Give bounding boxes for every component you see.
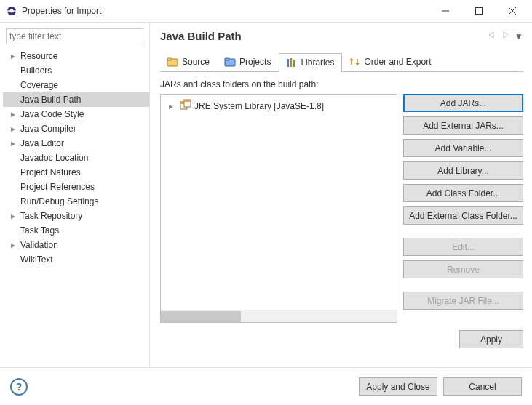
sidebar-item-label: WikiText	[17, 254, 53, 265]
chevron-right-icon[interactable]: ▸	[9, 51, 17, 61]
svg-rect-4	[476, 8, 483, 15]
forward-icon[interactable]	[500, 31, 512, 41]
tab-label: Libraries	[301, 57, 334, 68]
libraries-icon	[285, 57, 297, 68]
close-button[interactable]	[496, 0, 529, 22]
svg-rect-2	[7, 10, 17, 12]
sidebar-item-label: Task Repository	[17, 211, 82, 221]
sidebar-item-label: Java Compiler	[17, 124, 76, 134]
sidebar-item-task-tags[interactable]: Task Tags	[3, 223, 149, 238]
sidebar-item-project-natures[interactable]: Project Natures	[3, 165, 149, 180]
sidebar-item-run-debug-settings[interactable]: Run/Debug Settings	[3, 194, 149, 209]
chevron-right-icon[interactable]: ▸	[9, 109, 17, 119]
titlebar: Properties for Import	[0, 0, 532, 22]
tab-label: Projects	[239, 57, 271, 67]
sidebar-item-label: Task Tags	[17, 225, 59, 236]
sidebar-item-label: Run/Debug Settings	[17, 196, 98, 206]
apply-button[interactable]: Apply	[459, 330, 523, 348]
library-label: JRE System Library [JavaSE-1.8]	[194, 101, 324, 111]
back-icon[interactable]	[485, 31, 497, 41]
add-class-folder-button[interactable]: Add Class Folder...	[403, 184, 523, 202]
dropdown-icon[interactable]: ▼	[515, 31, 523, 41]
filter-input[interactable]	[6, 28, 143, 44]
sidebar-item-wikitext[interactable]: WikiText	[3, 252, 149, 267]
tab-libraries[interactable]: Libraries	[279, 53, 342, 72]
add-external-class-folder-button[interactable]: Add External Class Folder...	[403, 206, 523, 225]
tab-label: Order and Export	[364, 57, 431, 67]
description-label: JARs and class folders on the build path…	[160, 79, 523, 89]
app-icon	[6, 5, 17, 17]
svg-rect-11	[287, 59, 289, 67]
sidebar-item-label: Project References	[17, 182, 95, 192]
chevron-right-icon[interactable]: ▸	[9, 124, 17, 134]
sidebar-item-coverage[interactable]: Coverage	[3, 78, 149, 92]
classpath-list[interactable]: ▸ JRE System Library [JavaSE-1.8]	[160, 94, 397, 323]
sidebar-item-label: Java Code Style	[17, 109, 84, 119]
add-jars-button[interactable]: Add JARs...	[403, 94, 523, 112]
sidebar-item-java-compiler[interactable]: ▸Java Compiler	[3, 121, 149, 136]
tab-order-and-export[interactable]: Order and Export	[342, 52, 439, 71]
chevron-right-icon[interactable]: ▸	[9, 240, 17, 250]
dialog-footer: ? Apply and Close Cancel	[0, 367, 532, 405]
sidebar-item-task-repository[interactable]: ▸Task Repository	[3, 209, 149, 223]
chevron-right-icon[interactable]: ▸	[9, 138, 17, 148]
svg-rect-17	[184, 100, 191, 102]
sidebar-item-label: Coverage	[17, 80, 58, 90]
svg-rect-8	[167, 58, 172, 60]
sidebar-item-label: Resource	[17, 51, 57, 61]
sidebar-item-java-code-style[interactable]: ▸Java Code Style	[3, 107, 149, 121]
sidebar-item-javadoc-location[interactable]: Javadoc Location	[3, 151, 149, 165]
remove-button: Remove	[403, 260, 523, 278]
sidebar-item-label: Builders	[17, 65, 52, 76]
sidebar-item-builders[interactable]: Builders	[3, 63, 149, 78]
nav-tree: ▸ResourceBuildersCoverageJava Build Path…	[3, 49, 149, 361]
maximize-button[interactable]	[462, 0, 496, 22]
add-library-button[interactable]: Add Library...	[403, 161, 523, 180]
sidebar-item-project-references[interactable]: Project References	[3, 180, 149, 194]
svg-rect-13	[293, 60, 295, 67]
tab-projects[interactable]: Projects	[218, 52, 279, 71]
apply-and-close-button[interactable]: Apply and Close	[359, 377, 437, 396]
button-column: Add JARs... Add External JARs... Add Var…	[403, 94, 523, 323]
sidebar-item-label: Validation	[17, 240, 58, 250]
tab-source[interactable]: Source	[160, 52, 218, 71]
svg-rect-10	[225, 58, 229, 60]
tab-bar: SourceProjectsLibrariesOrder and Export	[160, 52, 523, 72]
chevron-right-icon[interactable]: ▸	[9, 211, 17, 221]
help-icon[interactable]: ?	[10, 378, 28, 396]
page-title: Java Build Path	[160, 30, 484, 42]
chevron-right-icon[interactable]: ▸	[167, 101, 175, 111]
window-title: Properties for Import	[22, 6, 429, 16]
sidebar-item-java-editor[interactable]: ▸Java Editor	[3, 136, 149, 151]
svg-rect-12	[290, 58, 292, 67]
horizontal-scrollbar[interactable]	[161, 310, 397, 322]
library-jar-icon	[179, 99, 191, 113]
order-export-icon	[349, 56, 360, 68]
sidebar-item-label: Java Build Path	[17, 95, 81, 105]
sidebar-item-java-build-path[interactable]: Java Build Path	[3, 92, 149, 107]
sidebar-item-resource[interactable]: ▸Resource	[3, 49, 149, 63]
source-folder-icon	[167, 56, 178, 68]
add-external-jars-button[interactable]: Add External JARs...	[403, 116, 523, 135]
cancel-button[interactable]: Cancel	[443, 377, 522, 396]
sidebar-item-validation[interactable]: ▸Validation	[3, 238, 149, 252]
sidebar-item-label: Project Natures	[17, 167, 81, 177]
sidebar: ▸ResourceBuildersCoverageJava Build Path…	[0, 23, 149, 367]
main-panel: Java Build Path ▼ SourceProjectsLibrarie…	[149, 23, 532, 367]
edit-button: Edit...	[403, 238, 523, 256]
sidebar-item-label: Javadoc Location	[17, 153, 88, 163]
sidebar-item-label: Java Editor	[17, 138, 64, 148]
library-entry[interactable]: ▸ JRE System Library [JavaSE-1.8]	[164, 97, 394, 114]
migrate-jar-button: Migrate JAR File...	[403, 292, 523, 310]
tab-label: Source	[182, 57, 210, 67]
add-variable-button[interactable]: Add Variable...	[403, 139, 523, 157]
projects-folder-icon	[224, 56, 236, 68]
minimize-button[interactable]	[429, 0, 462, 22]
